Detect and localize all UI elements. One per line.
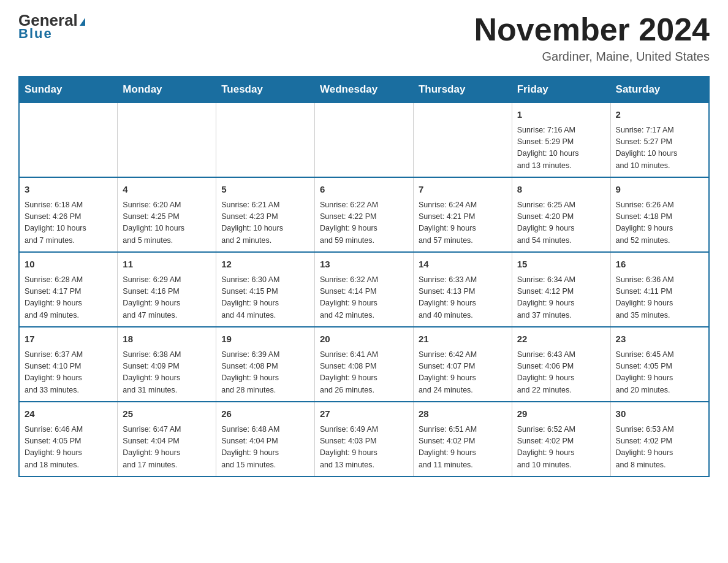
day-number: 14 (419, 258, 507, 272)
day-info: Sunrise: 6:45 AMSunset: 4:05 PMDaylight:… (616, 349, 703, 397)
calendar-cell: 30Sunrise: 6:53 AMSunset: 4:02 PMDayligh… (610, 402, 709, 477)
day-number: 21 (419, 332, 507, 347)
calendar-cell: 15Sunrise: 6:34 AMSunset: 4:12 PMDayligh… (512, 252, 610, 327)
calendar-cell: 16Sunrise: 6:36 AMSunset: 4:11 PMDayligh… (610, 252, 709, 327)
calendar-cell: 3Sunrise: 6:18 AMSunset: 4:26 PMDaylight… (19, 177, 118, 252)
calendar-cell: 27Sunrise: 6:49 AMSunset: 4:03 PMDayligh… (315, 402, 414, 477)
day-info: Sunrise: 6:24 AMSunset: 4:21 PMDaylight:… (419, 199, 507, 247)
day-number: 24 (25, 407, 112, 421)
day-number: 23 (616, 332, 703, 347)
weekday-header-saturday: Saturday (610, 77, 709, 102)
day-info: Sunrise: 6:29 AMSunset: 4:16 PMDaylight:… (123, 274, 211, 322)
calendar-cell: 13Sunrise: 6:32 AMSunset: 4:14 PMDayligh… (315, 252, 414, 327)
day-number: 19 (221, 332, 309, 347)
day-info: Sunrise: 6:25 AMSunset: 4:20 PMDaylight:… (517, 199, 605, 247)
calendar-cell: 29Sunrise: 6:52 AMSunset: 4:02 PMDayligh… (512, 402, 610, 477)
day-info: Sunrise: 6:49 AMSunset: 4:03 PMDaylight:… (320, 424, 408, 472)
day-number: 5 (221, 183, 309, 197)
day-number: 16 (616, 258, 703, 272)
weekday-header-sunday: Sunday (19, 77, 118, 102)
day-info: Sunrise: 6:21 AMSunset: 4:23 PMDaylight:… (221, 199, 309, 247)
day-info: Sunrise: 6:42 AMSunset: 4:07 PMDaylight:… (419, 349, 507, 397)
day-number: 12 (221, 258, 309, 272)
day-number: 30 (616, 407, 703, 421)
calendar-cell: 18Sunrise: 6:38 AMSunset: 4:09 PMDayligh… (118, 327, 216, 402)
calendar-cell: 19Sunrise: 6:39 AMSunset: 4:08 PMDayligh… (216, 327, 315, 402)
weekday-header-tuesday: Tuesday (216, 77, 315, 102)
calendar-cell: 20Sunrise: 6:41 AMSunset: 4:08 PMDayligh… (315, 327, 414, 402)
day-info: Sunrise: 6:36 AMSunset: 4:11 PMDaylight:… (616, 274, 703, 322)
day-number: 11 (123, 258, 211, 272)
day-number: 22 (517, 332, 605, 347)
day-info: Sunrise: 6:22 AMSunset: 4:22 PMDaylight:… (320, 199, 408, 247)
day-info: Sunrise: 6:48 AMSunset: 4:04 PMDaylight:… (221, 424, 309, 472)
day-number: 6 (320, 183, 408, 197)
calendar-cell: 28Sunrise: 6:51 AMSunset: 4:02 PMDayligh… (413, 402, 512, 477)
calendar-cell: 8Sunrise: 6:25 AMSunset: 4:20 PMDaylight… (512, 177, 610, 252)
day-info: Sunrise: 6:33 AMSunset: 4:13 PMDaylight:… (419, 274, 507, 322)
calendar-cell: 4Sunrise: 6:20 AMSunset: 4:25 PMDaylight… (118, 177, 216, 252)
calendar-cell: 17Sunrise: 6:37 AMSunset: 4:10 PMDayligh… (19, 327, 118, 402)
day-number: 2 (616, 108, 703, 122)
calendar-cell: 5Sunrise: 6:21 AMSunset: 4:23 PMDaylight… (216, 177, 315, 252)
calendar-week-row: 1Sunrise: 7:16 AMSunset: 5:29 PMDaylight… (19, 102, 709, 177)
day-number: 29 (517, 407, 605, 421)
day-number: 8 (517, 183, 605, 197)
day-info: Sunrise: 6:39 AMSunset: 4:08 PMDaylight:… (221, 349, 309, 397)
day-info: Sunrise: 6:28 AMSunset: 4:17 PMDaylight:… (25, 274, 112, 322)
logo: General Blue (18, 12, 85, 42)
day-number: 7 (419, 183, 507, 197)
calendar-cell: 23Sunrise: 6:45 AMSunset: 4:05 PMDayligh… (610, 327, 709, 402)
calendar-cell: 10Sunrise: 6:28 AMSunset: 4:17 PMDayligh… (19, 252, 118, 327)
calendar-cell: 14Sunrise: 6:33 AMSunset: 4:13 PMDayligh… (413, 252, 512, 327)
day-info: Sunrise: 6:20 AMSunset: 4:25 PMDaylight:… (123, 199, 211, 247)
calendar-cell (118, 102, 216, 177)
day-number: 27 (320, 407, 408, 421)
weekday-header-wednesday: Wednesday (315, 77, 414, 102)
calendar-cell: 1Sunrise: 7:16 AMSunset: 5:29 PMDaylight… (512, 102, 610, 177)
calendar-week-row: 17Sunrise: 6:37 AMSunset: 4:10 PMDayligh… (19, 327, 709, 402)
day-number: 20 (320, 332, 408, 347)
weekday-header-thursday: Thursday (413, 77, 512, 102)
day-info: Sunrise: 6:43 AMSunset: 4:06 PMDaylight:… (517, 349, 605, 397)
weekday-header-monday: Monday (118, 77, 216, 102)
day-number: 9 (616, 183, 703, 197)
calendar-cell: 11Sunrise: 6:29 AMSunset: 4:16 PMDayligh… (118, 252, 216, 327)
day-info: Sunrise: 6:47 AMSunset: 4:04 PMDaylight:… (123, 424, 211, 472)
calendar-table: SundayMondayTuesdayWednesdayThursdayFrid… (18, 76, 710, 477)
calendar-cell (216, 102, 315, 177)
day-info: Sunrise: 7:16 AMSunset: 5:29 PMDaylight:… (517, 124, 605, 172)
calendar-cell: 25Sunrise: 6:47 AMSunset: 4:04 PMDayligh… (118, 402, 216, 477)
calendar-cell: 12Sunrise: 6:30 AMSunset: 4:15 PMDayligh… (216, 252, 315, 327)
day-info: Sunrise: 6:30 AMSunset: 4:15 PMDaylight:… (221, 274, 309, 322)
day-info: Sunrise: 6:38 AMSunset: 4:09 PMDaylight:… (123, 349, 211, 397)
day-info: Sunrise: 6:37 AMSunset: 4:10 PMDaylight:… (25, 349, 112, 397)
calendar-week-row: 24Sunrise: 6:46 AMSunset: 4:05 PMDayligh… (19, 402, 709, 477)
day-info: Sunrise: 6:52 AMSunset: 4:02 PMDaylight:… (517, 424, 605, 472)
day-number: 3 (25, 183, 112, 197)
day-number: 17 (25, 332, 112, 347)
day-info: Sunrise: 6:41 AMSunset: 4:08 PMDaylight:… (320, 349, 408, 397)
title-section: November 2024 Gardiner, Maine, United St… (474, 12, 710, 64)
calendar-cell: 22Sunrise: 6:43 AMSunset: 4:06 PMDayligh… (512, 327, 610, 402)
calendar-cell: 26Sunrise: 6:48 AMSunset: 4:04 PMDayligh… (216, 402, 315, 477)
day-number: 28 (419, 407, 507, 421)
weekday-header-friday: Friday (512, 77, 610, 102)
calendar-week-row: 10Sunrise: 6:28 AMSunset: 4:17 PMDayligh… (19, 252, 709, 327)
day-info: Sunrise: 6:46 AMSunset: 4:05 PMDaylight:… (25, 424, 112, 472)
day-number: 25 (123, 407, 211, 421)
day-number: 1 (517, 108, 605, 122)
day-info: Sunrise: 6:32 AMSunset: 4:14 PMDaylight:… (320, 274, 408, 322)
day-number: 18 (123, 332, 211, 347)
day-number: 10 (25, 258, 112, 272)
calendar-week-row: 3Sunrise: 6:18 AMSunset: 4:26 PMDaylight… (19, 177, 709, 252)
calendar-cell: 9Sunrise: 6:26 AMSunset: 4:18 PMDaylight… (610, 177, 709, 252)
day-info: Sunrise: 6:18 AMSunset: 4:26 PMDaylight:… (25, 199, 112, 247)
calendar-cell: 21Sunrise: 6:42 AMSunset: 4:07 PMDayligh… (413, 327, 512, 402)
calendar-cell (413, 102, 512, 177)
calendar-cell: 2Sunrise: 7:17 AMSunset: 5:27 PMDaylight… (610, 102, 709, 177)
day-info: Sunrise: 7:17 AMSunset: 5:27 PMDaylight:… (616, 124, 703, 172)
day-number: 13 (320, 258, 408, 272)
page-header: General Blue November 2024 Gardiner, Mai… (18, 12, 710, 64)
location: Gardiner, Maine, United States (474, 50, 710, 64)
